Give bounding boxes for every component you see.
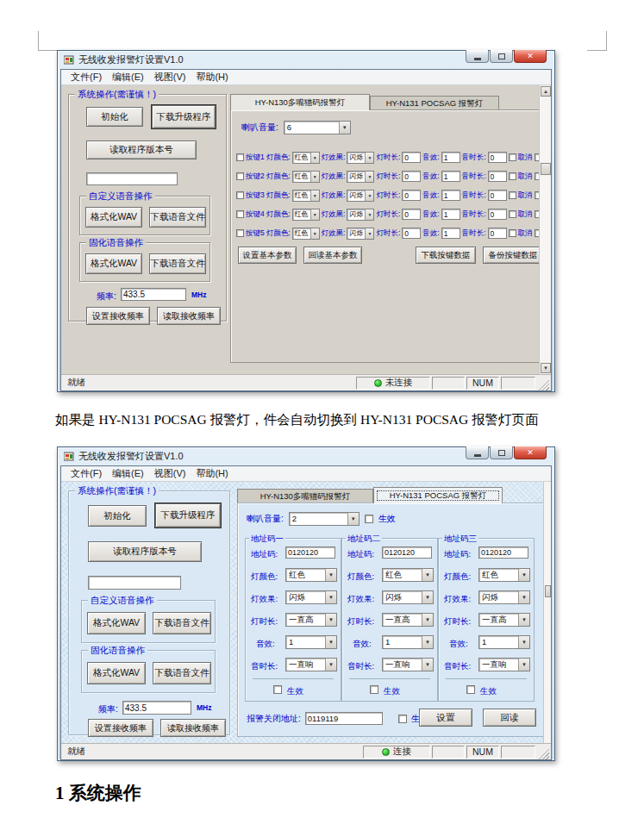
menu-file[interactable]: 文件(F) (66, 466, 107, 481)
sound-field[interactable] (441, 171, 460, 182)
frequency-field[interactable] (122, 701, 191, 715)
color-select[interactable]: 红色▼ (478, 568, 530, 582)
frequency-field[interactable] (121, 288, 186, 301)
resize-grip[interactable] (537, 747, 549, 759)
scroll-up-icon[interactable]: ▲ (541, 86, 551, 97)
key-enable-checkbox[interactable] (236, 153, 244, 161)
menu-view[interactable]: 视图(V) (149, 466, 191, 481)
color-select[interactable]: 红色▼ (292, 190, 320, 202)
minimize-button[interactable] (466, 446, 489, 459)
menu-edit[interactable]: 编辑(E) (107, 466, 149, 481)
download-voice-button[interactable]: 下载语音文件 (149, 207, 206, 228)
volume-apply-checkbox[interactable] (365, 515, 373, 523)
format-wav-button[interactable]: 格式化WAV (87, 612, 146, 634)
apply-checkbox[interactable] (370, 685, 378, 694)
cancel-checkbox[interactable] (509, 172, 516, 180)
effect-select[interactable]: 闪烁▼ (347, 152, 374, 164)
sound-duration-field[interactable] (488, 209, 507, 220)
tab-hy-n131[interactable]: HY-N131 POCSAG 报警灯 (370, 96, 499, 110)
light-duration-select[interactable]: 一直高▼ (478, 613, 530, 627)
sound-select[interactable]: 1▼ (285, 635, 337, 649)
key-enable-checkbox[interactable] (236, 229, 244, 237)
light-duration-field[interactable] (402, 209, 421, 220)
set-frequency-button[interactable]: 设置接收频率 (88, 719, 153, 737)
speaker-volume-select[interactable]: 2▼ (289, 512, 360, 526)
effect-select[interactable]: 闪烁▼ (285, 590, 337, 604)
menu-help[interactable]: 帮助(H) (191, 466, 233, 481)
effect-select[interactable]: 闪烁▼ (347, 228, 374, 240)
effect-select[interactable]: 闪烁▼ (347, 190, 374, 202)
address-field[interactable] (382, 546, 432, 559)
color-select[interactable]: 红色▼ (292, 152, 320, 164)
light-duration-select[interactable]: 一直高▼ (382, 613, 434, 627)
light-duration-field[interactable] (402, 171, 421, 182)
title-bar[interactable]: 无线收发报警灯设置V1.0 ✕ (60, 51, 552, 69)
menu-edit[interactable]: 编辑(E) (107, 70, 149, 84)
set-basic-params-button[interactable]: 设置基本参数 (238, 247, 297, 264)
scroll-down-icon[interactable]: ▼ (541, 363, 551, 373)
init-button[interactable]: 初始化 (86, 107, 143, 127)
backup-key-data-button[interactable]: 备份按键数据 (483, 247, 543, 264)
read-frequency-button[interactable]: 读取接收频率 (157, 307, 221, 325)
read-version-button[interactable]: 读取程序版本号 (86, 140, 197, 159)
alarm-close-address-field[interactable] (305, 712, 383, 725)
close-button[interactable]: ✕ (514, 50, 547, 63)
set-button[interactable]: 设置 (419, 709, 472, 727)
menu-view[interactable]: 视图(V) (149, 70, 191, 84)
init-button[interactable]: 初始化 (88, 505, 147, 527)
version-field[interactable] (86, 172, 178, 185)
format-wav-button[interactable]: 格式化WAV (85, 207, 142, 228)
cancel-checkbox[interactable] (509, 191, 516, 199)
format-wav-button[interactable]: 格式化WAV (85, 253, 142, 274)
read-version-button[interactable]: 读取程序版本号 (88, 541, 202, 562)
download-voice-button[interactable]: 下载语音文件 (149, 253, 206, 274)
tab-hy-n130[interactable]: HY-N130多嘴猫码报警灯 (237, 489, 373, 503)
sound-duration-select[interactable]: 一直响▼ (478, 658, 530, 671)
format-wav-button[interactable]: 格式化WAV (87, 662, 146, 684)
maximize-button[interactable] (490, 446, 513, 459)
key-enable-checkbox[interactable] (236, 210, 244, 218)
apply-checkbox[interactable] (466, 685, 475, 694)
read-basic-params-button[interactable]: 回读基本参数 (303, 247, 362, 264)
close-apply-checkbox[interactable] (398, 715, 407, 723)
effect-select[interactable]: 闪烁▼ (347, 171, 374, 183)
download-voice-button[interactable]: 下载语音文件 (153, 612, 211, 634)
cancel-checkbox[interactable] (509, 229, 516, 237)
tab-hy-n130[interactable]: HY-N130多嘴猫码报警灯 (230, 94, 370, 110)
key-enable-checkbox[interactable] (236, 191, 244, 199)
download-upgrade-button[interactable]: 下载升级程序 (152, 105, 216, 128)
vertical-scrollbar[interactable]: ▲ ▼ (539, 85, 551, 374)
read-frequency-button[interactable]: 读取接收频率 (160, 719, 226, 737)
scrollbar-thumb[interactable] (545, 585, 551, 597)
color-select[interactable]: 红色▼ (285, 568, 337, 582)
light-duration-field[interactable] (402, 190, 421, 201)
color-select[interactable]: 红色▼ (292, 209, 320, 221)
sound-field[interactable] (441, 209, 460, 220)
resize-grip[interactable] (537, 378, 549, 390)
download-key-data-button[interactable]: 下载按键数据 (416, 247, 476, 264)
vertical-scrollbar[interactable] (543, 482, 551, 743)
cancel-checkbox[interactable] (509, 153, 516, 161)
download-voice-button[interactable]: 下载语音文件 (153, 662, 211, 684)
sound-duration-select[interactable]: 一直响▼ (382, 658, 434, 671)
sound-select[interactable]: 1▼ (478, 635, 530, 649)
color-select[interactable]: 红色▼ (292, 171, 320, 183)
speaker-volume-select[interactable]: 6▼ (284, 121, 351, 134)
sound-select[interactable]: 1▼ (382, 635, 434, 649)
sound-field[interactable] (441, 190, 460, 201)
sound-duration-field[interactable] (488, 152, 507, 163)
menu-help[interactable]: 帮助(H) (191, 70, 233, 84)
sound-duration-field[interactable] (488, 171, 507, 182)
cancel-checkbox[interactable] (509, 210, 516, 218)
sound-field[interactable] (441, 152, 460, 163)
menu-file[interactable]: 文件(F) (66, 70, 107, 84)
effect-select[interactable]: 闪烁▼ (347, 209, 374, 221)
color-select[interactable]: 红色▼ (292, 228, 320, 240)
minimize-button[interactable] (466, 50, 489, 63)
light-duration-field[interactable] (402, 152, 421, 163)
light-duration-select[interactable]: 一直高▼ (285, 613, 337, 627)
light-duration-field[interactable] (402, 228, 421, 239)
sound-duration-select[interactable]: 一直响▼ (285, 658, 337, 671)
address-field[interactable] (285, 546, 335, 559)
apply-checkbox[interactable] (273, 685, 282, 694)
